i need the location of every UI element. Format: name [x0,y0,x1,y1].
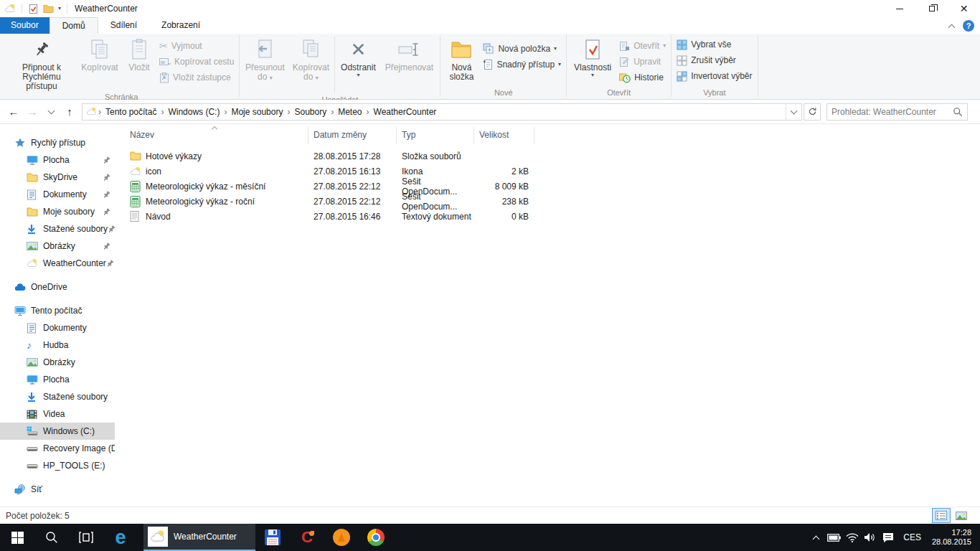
tab-share[interactable]: Sdílení [98,17,149,34]
search-input[interactable] [827,104,953,120]
select-all-button[interactable]: Vybrat vše [674,37,755,52]
documents-icon [27,323,38,334]
breadcrumb-this-pc[interactable]: Tento počítač [101,107,161,117]
volume-icon[interactable] [861,524,879,551]
paste-shortcut-button[interactable]: Vložit zástupce [156,70,237,85]
edge-button[interactable]: e [103,524,138,551]
search-icon[interactable] [953,107,967,117]
sidebar-onedrive[interactable]: OneDrive [0,278,115,296]
column-header-date[interactable]: Datum změny [308,127,397,144]
copy-to-button[interactable]: Kopírovat do ▾ [288,35,334,82]
task-view-button[interactable] [69,524,103,551]
rename-button[interactable]: Přejmenovat [380,35,438,72]
drive-icon [27,461,38,471]
file-row[interactable]: icon 27.08.2015 16:13 Ikona 2 kB [126,164,542,179]
edit-button[interactable]: Upravit [616,54,669,70]
help-icon[interactable]: ? [963,20,974,32]
sidebar-item-stazene-soubory[interactable]: Stažené soubory [0,220,115,237]
breadcrumb-soubory[interactable]: Soubory [290,107,331,117]
collapse-ribbon-icon[interactable] [948,24,956,31]
breadcrumb-drive-c[interactable]: Windows (C:) [164,107,224,117]
sidebar-item-moje-soubory[interactable]: Moje soubory [0,203,115,220]
sidebar-item-skydrive[interactable]: SkyDrive [0,169,115,186]
address-dropdown-button[interactable] [786,104,801,120]
sidebar-quick-access[interactable]: Rychlý přístup [0,134,115,151]
action-center-icon[interactable] [879,524,897,551]
select-none-button[interactable]: Zrušit výběr [674,52,755,68]
new-item-button[interactable]: Nová položka ▾ [480,41,564,57]
sidebar-pc-plocha[interactable]: Plocha [0,371,115,388]
floppy-icon [264,529,281,546]
delete-button[interactable]: ✕ Odstranit ▾ [336,35,380,78]
address-bar[interactable]: › Tento počítač › Windows (C:) › Moje so… [82,103,802,121]
recent-locations-button[interactable] [42,103,60,121]
taskbar-task-weathercounter[interactable]: WeatherCounter [143,524,255,551]
sidebar-item-obrazky[interactable]: Obrázky [0,237,115,255]
breadcrumb-meteo[interactable]: Meteo [334,107,366,117]
qat-new-folder-icon[interactable] [43,4,54,14]
spreadsheet-icon [130,181,141,192]
tab-view[interactable]: Zobrazení [149,17,212,34]
history-button[interactable]: Historie [616,70,669,85]
file-row[interactable]: Hotové výkazy 28.08.2015 17:28 Složka so… [126,149,542,164]
taskbar-chrome-button[interactable] [359,524,393,551]
refresh-button[interactable] [804,103,821,121]
forward-button[interactable]: → [23,103,42,121]
sidebar-pc-recovery-d[interactable]: Recovery Image (D:) [0,440,115,457]
language-indicator[interactable]: CES [897,532,928,542]
file-row[interactable]: Návod 27.08.2015 16:46 Textový dokument … [126,209,542,224]
qat-properties-icon[interactable] [28,4,39,14]
clock[interactable]: 17:28 28.08.2015 [928,528,980,547]
column-header-size[interactable]: Velikost [474,127,534,144]
sidebar-pc-stazene[interactable]: Stažené soubory [0,388,115,405]
open-button[interactable]: Otevřít ▾ [616,38,669,54]
restore-button[interactable] [915,0,948,17]
start-button[interactable] [0,524,34,551]
breadcrumb-weathercounter[interactable]: WeatherCounter [369,107,441,117]
pictures-icon [27,242,38,250]
tab-file[interactable]: Soubor [0,17,50,34]
sidebar-item-plocha[interactable]: Plocha [0,151,115,169]
sidebar-item-dokumenty[interactable]: Dokumenty [0,186,115,203]
sidebar-pc-obrazky[interactable]: Obrázky [0,354,115,371]
battery-icon[interactable] [825,524,843,551]
sidebar-item-weathercounter[interactable]: WeatherCounter [0,255,115,272]
taskbar-avast-button[interactable] [324,524,359,551]
close-button[interactable]: ✕ [948,0,980,17]
up-button[interactable]: ↑ [60,103,79,121]
wifi-icon[interactable] [843,524,861,551]
sidebar-pc-dokumenty[interactable]: Dokumenty [0,319,115,336]
new-folder-button[interactable]: Nová složka [443,35,480,82]
tab-home[interactable]: Domů [50,17,98,34]
minimize-button[interactable] [883,0,915,17]
qat-dropdown-icon[interactable]: ▾ [58,6,61,11]
move-to-button[interactable]: Přesunout do ▾ [242,35,288,82]
column-header-name[interactable]: Název [126,127,308,144]
sidebar-network[interactable]: Síť [0,481,115,498]
sidebar-pc-videa[interactable]: Videa [0,405,115,423]
sidebar-pc-windows-c[interactable]: Windows (C:) [0,423,115,440]
taskbar-ccleaner-button[interactable]: C [290,524,324,551]
easy-access-button[interactable]: Snadný přístup ▾ [480,57,564,72]
taskbar-search-button[interactable] [34,524,69,551]
large-icons-view-button[interactable] [953,509,970,522]
sidebar-pc-hp-tools-e[interactable]: HP_TOOLS (E:) [0,457,115,474]
column-header-type[interactable]: Typ [397,127,474,144]
sidebar-pc-hudba[interactable]: ♪ Hudba [0,336,115,354]
copy-path-button[interactable]: w Kopírovat cestu [156,54,237,70]
back-button[interactable]: ← [4,103,23,121]
paste-button[interactable]: Vložit [122,35,156,72]
details-view-button[interactable] [933,509,950,522]
pin-to-quick-access-button[interactable]: Připnout k Rychlému přístupu [6,35,77,91]
breadcrumb-moje-soubory[interactable]: Moje soubory [227,107,287,117]
cut-button[interactable]: ✂ Vyjmout [156,38,237,54]
properties-button[interactable]: Vlastnosti ▾ [569,35,616,78]
copy-button[interactable]: Kopírovat [77,35,122,72]
tray-chevron-up-icon[interactable] [807,524,825,551]
invert-selection-button[interactable]: Invertovat výběr [674,68,755,84]
sidebar-this-pc[interactable]: Tento počítač [0,302,115,319]
taskbar-floppy-app-button[interactable] [255,524,290,551]
file-row[interactable]: Meteorologický výkaz - roční 27.08.2015 … [126,194,542,209]
onedrive-cloud-icon [14,283,26,291]
file-row[interactable]: Meteorologický výkaz - měsíční 27.08.201… [126,179,542,194]
